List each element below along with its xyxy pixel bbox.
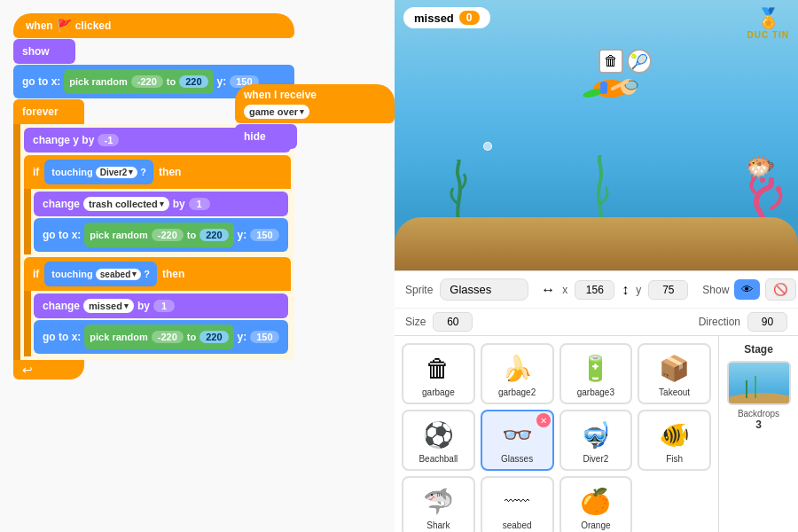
shark-label: Shark [409,520,468,530]
y-input[interactable] [648,280,688,300]
pick-random-2[interactable]: pick random -220 to 220 [84,223,233,247]
if2-container: if touching seabed ? then [24,257,291,356]
neg220-3[interactable]: -220 [152,331,184,343]
blocks-container: when 🚩 clicked show go to x: pick random… [0,0,395,402]
pick-random-label-3: pick random [90,332,147,342]
if2-label: if [33,268,39,280]
if1-body: change trash collected by 1 go to x: p [24,189,291,254]
sprites-grid-area: 🗑 garbage 🍌 garbage2 🔋 garbage3 📦 Takeou… [395,335,798,532]
neg220-2[interactable]: -220 [152,229,184,241]
then2-label: then [162,268,184,280]
y-arrow-icon: ↕ [622,282,629,298]
pick-random-label-2: pick random [90,230,147,240]
pos220-3[interactable]: 220 [200,331,228,343]
sprite-item-garbage2[interactable]: 🍌 garbage2 [481,343,554,404]
sprite-item-glasses[interactable]: ✕ 👓 Glasses [481,410,554,471]
when-receive-label: when I receive [244,89,317,101]
seabed-dropdown[interactable]: seabed [96,269,141,280]
garbage2-icon: 🍌 [488,350,547,386]
stage-thumbnail[interactable] [727,361,791,405]
shark-icon: 🦈 [409,483,468,519]
fish-yellow: 🐡 [745,153,776,182]
delete-glasses-button[interactable]: ✕ [536,413,551,427]
seabed-label: seabed [488,520,547,530]
when-receive-block[interactable]: when I receive game over [235,84,395,123]
stage-backdrops-label: Backdrops [738,409,779,419]
then1-label: then [159,166,181,178]
pick-random-3[interactable]: pick random -220 to 220 [84,325,233,349]
if1-block[interactable]: if touching Diver2 ? then [24,155,291,189]
y-label-2: y: [238,229,247,241]
y-neg1[interactable]: -1 [98,134,119,146]
if2-block[interactable]: if touching seabed ? then [24,257,291,291]
diver2-icon: 🤿 [567,417,626,452]
num1[interactable]: 1 [189,198,210,210]
trash-icon: 🗑 [598,49,623,74]
forever-block[interactable]: forever [13,99,84,124]
game-area: missed 0 🏅 DUC TIN [395,0,798,270]
when-clicked-stack: when 🚩 clicked show go to x: pick random… [13,13,294,379]
neg220-1[interactable]: -220 [131,75,163,88]
sprite-name-input[interactable] [440,278,528,301]
sprite-item-fish[interactable]: 🐠 Fish [638,410,711,471]
size-input[interactable] [433,312,473,332]
touching-label-1: touching [51,167,92,177]
garbage3-label: garbage3 [567,387,626,397]
fish-label: Fish [645,454,704,464]
when-flag-clicked-block[interactable]: when 🚩 clicked [13,13,294,38]
y-label-1: y: [217,75,227,88]
game-over-dropdown[interactable]: game over [244,105,309,119]
diver2-label: Diver2 [567,454,626,464]
sprite-item-diver2[interactable]: 🤿 Diver2 [559,410,633,471]
pos220-1[interactable]: 220 [179,75,207,88]
question2: ? [144,269,150,279]
x-input[interactable] [575,280,614,300]
direction-label: Direction [699,316,740,328]
change-missed-block[interactable]: change missed by 1 [34,293,288,318]
show-group: Show 👁 🚫 [702,278,796,301]
when-label: when [26,20,53,32]
flag-icon: 🚩 [57,19,72,33]
by1-label: by [173,198,185,210]
num2[interactable]: 1 [153,300,175,312]
game-icons: 🗑 🎾 [598,49,652,74]
missed-dropdown[interactable]: missed [83,299,134,313]
bubble-1 [483,142,492,151]
sprite-item-garbage[interactable]: 🗑 garbage [402,343,475,404]
sprite-item-takeout[interactable]: 📦 Takeout [638,343,711,404]
sprite-item-shark[interactable]: 🦈 Shark [402,476,475,532]
orange-label: Orange [567,520,626,530]
show-button[interactable]: 👁 [734,279,760,300]
beachball-label: Beachball [409,454,468,464]
stage-section: Stage Backdrops 3 [718,335,798,532]
size-label: Size [405,316,426,328]
hide-button[interactable]: 🚫 [765,278,796,301]
show-block[interactable]: show [13,39,75,64]
x-arrow-icon: ↔ [541,282,555,298]
sprite-item-orange[interactable]: 🍊 Orange [559,476,633,532]
trash-collected-dropdown[interactable]: trash collected [83,197,169,211]
garbage3-icon: 🔋 [567,350,626,386]
goto-x-block-3[interactable]: go to x: pick random -220 to 220 y: 150 [34,320,288,354]
y-label: y [636,284,641,296]
forever-end: ↩ [13,360,84,379]
touching-diver2-block[interactable]: touching Diver2 ? [44,160,153,184]
sprite-item-seabed[interactable]: 〰〰 seabed [481,476,554,532]
goto-x-label: go to x: [22,75,60,88]
sprite-item-beachball[interactable]: ⚽ Beachball [402,410,475,471]
hide-block[interactable]: hide [235,124,297,149]
sprite-item-garbage3[interactable]: 🔋 garbage3 [559,343,633,404]
sprites-grid: 🗑 garbage 🍌 garbage2 🔋 garbage3 📦 Takeou… [402,343,711,532]
y150-2[interactable]: 150 [250,229,278,241]
pick-random-1[interactable]: pick random -220 to 220 [64,69,213,94]
touching-seabed-block[interactable]: touching seabed ? [44,262,157,286]
pos220-2[interactable]: 220 [200,229,228,241]
goto-x-block-2[interactable]: go to x: pick random -220 to 220 y: 150 [34,218,288,252]
change-trash-block[interactable]: change trash collected by 1 [34,192,288,216]
if2-body: change missed by 1 go to x: pick rando [24,291,291,356]
takeout-label: Takeout [645,387,704,397]
y150-3[interactable]: 150 [250,331,278,343]
beachball-icon: ⚽ [409,417,468,452]
direction-input[interactable] [747,312,787,332]
diver2-dropdown[interactable]: Diver2 [96,167,138,178]
